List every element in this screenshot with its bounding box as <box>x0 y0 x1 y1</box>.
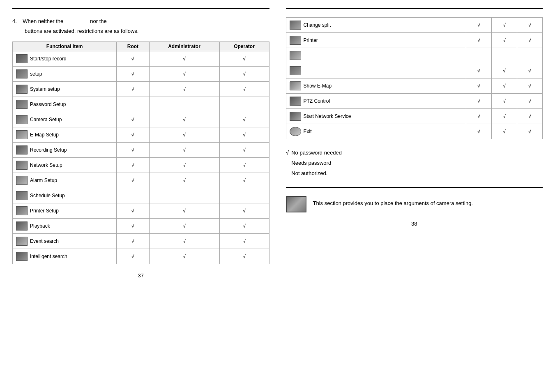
table-row: Start Network Service√√√ <box>286 109 543 124</box>
col-header-admin: Administrator <box>149 42 219 51</box>
operator-cell: √ <box>517 109 543 124</box>
alarm-icon <box>16 176 28 185</box>
legend-symbol-2 <box>286 158 289 168</box>
root-cell: √ <box>117 82 149 97</box>
operator-cell: √ <box>219 51 269 67</box>
network2-icon <box>290 112 301 121</box>
admin-cell: √ <box>149 234 219 249</box>
operator-cell <box>219 97 269 112</box>
table-row: Playback√√√ <box>13 219 269 234</box>
schedule-icon <box>16 191 28 200</box>
right-column: Change split√√√Printer√√√√√√Show E-Map√√… <box>286 8 543 384</box>
item-cell-inner: Change split <box>290 19 463 31</box>
item-cell-inner: Schedule Setup <box>16 190 113 201</box>
section-divider <box>286 187 543 188</box>
root-cell <box>117 188 149 203</box>
admin-cell: √ <box>492 18 517 33</box>
legend-text-2: Needs password <box>291 158 331 168</box>
admin-cell <box>149 188 219 203</box>
item-cell: setup <box>13 67 117 82</box>
root-cell: √ <box>117 67 149 82</box>
item-label: Show E-Map <box>304 83 332 89</box>
root-cell: √ <box>466 18 492 33</box>
item-cell: Exit <box>286 124 466 139</box>
operator-cell: √ <box>219 219 269 234</box>
operator-cell: √ <box>517 94 543 109</box>
root-cell: √ <box>117 51 149 67</box>
admin-cell: √ <box>149 51 219 67</box>
item-cell-inner: Exit <box>290 126 463 137</box>
root-cell: √ <box>117 249 149 264</box>
root-cell: √ <box>117 234 149 249</box>
table-row: Network Setup√√√ <box>13 158 269 173</box>
item-cell: Intelligent search <box>13 249 117 264</box>
root-cell: √ <box>466 78 492 94</box>
item-cell: Start Network Service <box>286 109 466 124</box>
admin-cell: √ <box>149 112 219 127</box>
item-cell <box>286 63 466 78</box>
item-cell: PTZ Control <box>286 94 466 109</box>
item-cell-inner: Show E-Map <box>290 80 463 92</box>
table-row: Alarm Setup√√√ <box>13 173 269 188</box>
item-cell: System setup <box>13 82 117 97</box>
legend-item-2: Needs password <box>286 158 543 168</box>
item-cell: Schedule Setup <box>13 188 117 203</box>
changesplit-icon <box>290 21 301 30</box>
admin-cell <box>492 48 517 63</box>
printer2-icon <box>290 36 301 45</box>
operator-cell <box>517 48 543 63</box>
blank2-icon <box>290 66 301 75</box>
root-cell: √ <box>117 158 149 173</box>
root-cell: √ <box>117 127 149 143</box>
emap-icon <box>16 130 28 139</box>
item-label: Printer <box>304 37 318 43</box>
item-cell: Playback <box>13 219 117 234</box>
blank1-icon <box>290 51 301 60</box>
operator-cell: √ <box>517 78 543 94</box>
legend-item-1: √ No password needed <box>286 148 543 158</box>
legend-symbol-3 <box>286 168 289 178</box>
item-cell: E-Map Setup <box>13 127 117 143</box>
operator-cell: √ <box>219 112 269 127</box>
item-label: Playback <box>30 223 50 229</box>
root-cell: √ <box>466 94 492 109</box>
admin-cell: √ <box>149 203 219 219</box>
step-text: 4. When neither the nor the <box>12 17 269 25</box>
root-cell <box>466 48 492 63</box>
root-cell: √ <box>466 33 492 48</box>
table-row: PTZ Control√√√ <box>286 94 543 109</box>
root-cell: √ <box>117 143 149 158</box>
record-icon <box>16 54 28 63</box>
operator-cell: √ <box>219 234 269 249</box>
page-number-left: 37 <box>12 272 269 279</box>
item-cell: Camera Setup <box>13 112 117 127</box>
item-cell-inner: PTZ Control <box>290 95 463 107</box>
root-cell <box>117 97 149 112</box>
event-icon <box>16 237 28 246</box>
operator-cell: √ <box>219 173 269 188</box>
legend-symbol-1: √ <box>286 148 289 158</box>
item-label: Printer Setup <box>30 208 59 214</box>
admin-cell: √ <box>492 109 517 124</box>
item-label: Start/stop record <box>30 56 67 62</box>
item-label: Intelligent search <box>30 254 67 259</box>
operator-cell: √ <box>517 33 543 48</box>
intro-text2: nor the <box>90 18 106 24</box>
table-row: Printer√√√ <box>286 33 543 48</box>
item-cell-inner: Printer Setup <box>16 205 113 217</box>
operator-cell: √ <box>219 143 269 158</box>
permissions-table-right: Change split√√√Printer√√√√√√Show E-Map√√… <box>286 17 543 139</box>
item-cell-inner <box>290 50 463 61</box>
table-row: Event search√√√ <box>13 234 269 249</box>
root-cell: √ <box>117 112 149 127</box>
item-label: Change split <box>304 22 331 28</box>
item-cell-inner: Event search <box>16 235 113 247</box>
item-cell-inner: E-Map Setup <box>16 129 113 141</box>
table-row: Password Setup <box>13 97 269 112</box>
ptz-icon <box>290 97 301 106</box>
admin-cell <box>149 97 219 112</box>
item-cell-inner: Recording Setup <box>16 144 113 156</box>
admin-cell: √ <box>149 158 219 173</box>
table-row: setup√√√ <box>13 67 269 82</box>
admin-cell: √ <box>149 67 219 82</box>
